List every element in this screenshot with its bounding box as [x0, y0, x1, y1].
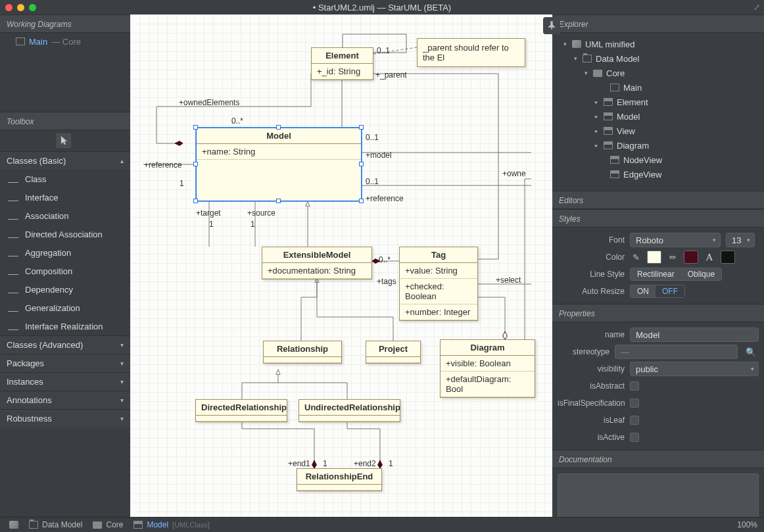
toolbox-item-composition[interactable]: Composition: [0, 262, 130, 280]
prop-name-input[interactable]: [630, 327, 759, 342]
tree-node-edgeview[interactable]: EdgeView: [552, 167, 764, 181]
uml-class-dirrel[interactable]: DirectedRelationship: [195, 399, 287, 422]
tree-node-core[interactable]: ▾Core: [552, 66, 764, 80]
autoresize-off[interactable]: OFF: [656, 285, 684, 297]
toolbox-group-packages[interactable]: Packages▾: [0, 354, 130, 372]
breadcrumb-root[interactable]: [7, 521, 21, 529]
selection-handle[interactable]: [359, 125, 364, 130]
autoresize-on[interactable]: ON: [631, 285, 656, 297]
toolbox-group-instances[interactable]: Instances▾: [0, 372, 130, 391]
close-window-button[interactable]: [5, 4, 12, 11]
tree-node-model[interactable]: ▸Model: [552, 109, 764, 124]
class-icon: [610, 156, 619, 164]
selection-handle[interactable]: [193, 199, 198, 203]
working-diagram-suffix: — Core: [51, 37, 81, 47]
toolbox-item-association[interactable]: Association: [0, 206, 130, 225]
tree-node-data-model[interactable]: ▾Data Model: [552, 51, 764, 66]
prop-isfinal-checkbox[interactable]: [630, 399, 639, 408]
font-family-select[interactable]: Roboto▾: [630, 233, 721, 247]
tool-icon: [8, 304, 18, 312]
selection-handle[interactable]: [359, 199, 364, 203]
prop-stereotype-input[interactable]: [615, 345, 738, 359]
toolbox-group-classes-basic-[interactable]: Classes (Basic)▴: [0, 151, 130, 170]
toolbox-group-annotations[interactable]: Annotations▾: [0, 391, 130, 409]
cube-icon: [572, 40, 581, 48]
toolbox-group-classes-advanced-[interactable]: Classes (Advanced)▾: [0, 335, 130, 354]
zoom-level[interactable]: 100%: [737, 520, 757, 529]
uml-class-element[interactable]: Element+_id: String: [311, 47, 373, 80]
pencil-icon[interactable]: ✏: [667, 253, 679, 262]
tree-node-diagram[interactable]: ▸Diagram: [552, 138, 764, 153]
pointer-tool[interactable]: [57, 133, 71, 148]
text-color-letter[interactable]: A: [704, 252, 715, 263]
linestyle-rectilinear[interactable]: Rectilinear: [631, 268, 681, 280]
prop-visibility-label: visibility: [558, 364, 625, 374]
panel-pin-button[interactable]: [543, 17, 560, 34]
canvas-area[interactable]: _parent should refer to the ElElement+_i…: [130, 14, 552, 517]
uml-class-relend[interactable]: RelationshipEnd: [297, 468, 382, 491]
toolbox-item-interface[interactable]: Interface: [0, 188, 130, 206]
tree-node-main[interactable]: Main: [552, 80, 764, 95]
selection-handle[interactable]: [193, 125, 198, 130]
fill-color-swatch[interactable]: [647, 251, 661, 264]
working-diagram-item[interactable]: Main — Core: [0, 33, 130, 50]
tree-node-uml-minified[interactable]: ▾UML minified: [552, 37, 764, 51]
edge-label: +ownedElements: [179, 98, 239, 107]
uml-class-relationship[interactable]: Relationship: [263, 341, 342, 364]
toolbox-item-dependency[interactable]: Dependency: [0, 280, 130, 299]
documentation-textarea[interactable]: [558, 473, 759, 517]
breadcrumb-core[interactable]: Core: [90, 520, 126, 529]
selection-handle[interactable]: [359, 162, 364, 166]
linestyle-oblique[interactable]: Oblique: [681, 268, 721, 280]
prop-isactive-label: isActive: [558, 433, 625, 442]
font-size-select[interactable]: 13▾: [726, 233, 755, 247]
prop-visibility-select[interactable]: public▾: [630, 362, 759, 376]
toolbox-item-aggregation[interactable]: Aggregation: [0, 243, 130, 262]
zoom-window-button[interactable]: [29, 4, 36, 11]
uml-class-project[interactable]: Project: [366, 341, 421, 364]
uml-class-extmodel[interactable]: ExtensibleModel+documentation: String: [262, 247, 372, 279]
tool-icon: [8, 230, 18, 238]
eyedropper-icon[interactable]: ✎: [630, 253, 642, 262]
text-color-swatch[interactable]: [721, 251, 735, 264]
class-icon: [604, 127, 613, 135]
uml-class-undirrel[interactable]: UndirectedRelationship: [298, 399, 400, 422]
uml-class-attribute: +checked: Boolean: [400, 279, 477, 304]
prop-isfinal-row: isFinalSpecification: [558, 395, 759, 412]
prop-isleaf-checkbox[interactable]: [630, 416, 639, 425]
prop-isactive-checkbox[interactable]: [630, 433, 639, 442]
toolbox-item-interface-realization[interactable]: Interface Realization: [0, 317, 130, 335]
uml-class-attribute: +defaultDiagram: Bool: [441, 372, 535, 397]
disclosure-icon: ▾: [572, 55, 579, 62]
minimize-window-button[interactable]: [17, 4, 24, 11]
search-icon[interactable]: 🔍: [743, 347, 759, 357]
selection-handle[interactable]: [193, 162, 198, 166]
tree-node-view[interactable]: ▸View: [552, 124, 764, 138]
tree-node-nodeview[interactable]: NodeView: [552, 153, 764, 167]
toolbox-item-generalization[interactable]: Generalization: [0, 299, 130, 317]
uml-class-tag[interactable]: Tag+value: String+checked: Boolean+numbe…: [399, 247, 478, 321]
uml-class-model[interactable]: Model+name: String: [196, 128, 362, 201]
color-label: Color: [558, 253, 625, 262]
selection-handle[interactable]: [276, 125, 281, 130]
disclosure-icon: ▸: [593, 99, 600, 105]
breadcrumb-model[interactable]: Model[UMLClass]: [131, 520, 212, 529]
toolbox-item-class[interactable]: Class: [0, 170, 130, 188]
diagram-canvas[interactable]: _parent should refer to the ElElement+_i…: [130, 14, 552, 517]
edge-label: +tags: [377, 277, 396, 286]
style-linestyle-row: Line Style Rectilinear Oblique: [558, 266, 759, 283]
line-color-swatch[interactable]: [684, 251, 698, 264]
toolbox-item-directed-association[interactable]: Directed Association: [0, 225, 130, 243]
class-icon: [610, 170, 619, 178]
breadcrumb-data-model[interactable]: Data Model: [26, 520, 85, 529]
uml-note[interactable]: _parent should refer to the El: [417, 38, 525, 67]
edge-label: +target: [196, 208, 221, 218]
uml-class-title: Diagram: [441, 340, 535, 356]
prop-isabstract-checkbox[interactable]: [630, 381, 639, 391]
selection-handle[interactable]: [276, 199, 281, 203]
tree-node-element[interactable]: ▸Element: [552, 95, 764, 109]
toolbox-group-robustness[interactable]: Robustness▾: [0, 409, 130, 427]
uml-class-diagram[interactable]: Diagram+visible: Boolean+defaultDiagram:…: [440, 339, 535, 398]
uml-class-attribute: +visible: Boolean: [441, 356, 535, 372]
expand-icon[interactable]: ⤢: [753, 3, 760, 12]
